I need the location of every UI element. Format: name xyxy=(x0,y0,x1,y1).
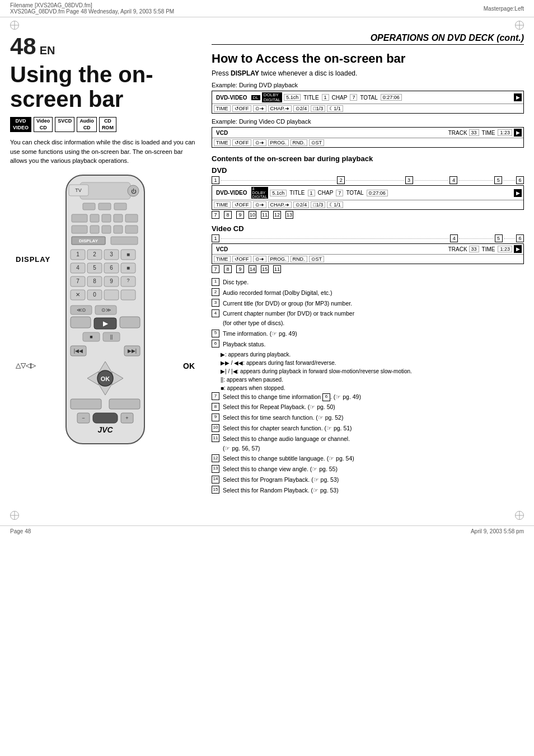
svg-text:OK: OK xyxy=(101,375,110,382)
dvd-section-label: DVD xyxy=(212,166,524,175)
fn-text-15: Select this for Random Playback. (☞ pg. … xyxy=(223,486,524,495)
header-right: Masterpage:Left xyxy=(484,6,524,12)
dvd-video-label2: DVD-VIDEO xyxy=(214,190,250,196)
time-val2: 1:23 xyxy=(498,246,512,252)
total-time: 0:27:06 xyxy=(381,94,402,101)
dvd-num-4: 4 xyxy=(449,176,457,184)
title-num: 1 xyxy=(322,94,329,101)
vcd-section-label: Video CD xyxy=(212,224,524,233)
fn-text-11: Select this to change audio language or … xyxy=(223,434,524,453)
vcd-rot-btn: ⊙➜ xyxy=(253,139,266,146)
fn-num-6: 6 xyxy=(212,340,221,349)
fn-num-4: 4 xyxy=(212,309,221,328)
vcd-num-1: 1 xyxy=(212,234,219,242)
fn-num-12: 12 xyxy=(212,454,221,463)
display-bold: DISPLAY xyxy=(231,69,259,77)
vcd-num-4: 4 xyxy=(450,234,458,242)
total-time2: 0:27:06 xyxy=(367,190,388,196)
c-sub-btn: □1/3 xyxy=(311,201,325,208)
badge-cd-rom: CDROM xyxy=(99,117,116,132)
vcd-contents-row1: VCD TRACK 33 TIME 1:23 ▶ xyxy=(212,244,523,255)
dvd-number-row-bottom: 7 8 9 10 11 12 13 xyxy=(212,211,524,219)
track-num: 33 xyxy=(469,129,479,136)
dvd-num-6: 6 xyxy=(516,176,524,184)
vcd-label2: VCD xyxy=(214,246,245,252)
play-btn-vcd: ▶ xyxy=(514,129,522,137)
svg-text:■: ■ xyxy=(127,251,130,257)
corner-crosshair-right xyxy=(515,21,524,30)
fn-num-8: 8 xyxy=(212,402,221,412)
dvd-example-bar: DVD-VIDEO DL DOLBYDIGITAL 5.1ch TITLE 1 … xyxy=(212,91,524,114)
fn-num-5: 5 xyxy=(212,329,221,339)
svg-rect-50 xyxy=(104,290,119,300)
off-btn: ↺OFF xyxy=(232,105,251,112)
dvd-contents-row1: DVD-VIDEO 4DOLBYDIGITAL 5.1ch TITLE 1 CH… xyxy=(212,186,523,200)
fn-6: 6 Playback status. xyxy=(212,340,524,349)
c-angle-btn: ☾1/1 xyxy=(327,201,343,208)
time-label2: TIME xyxy=(481,246,496,252)
page-content: 48 EN Using the on-screen bar DVDVIDEO V… xyxy=(0,33,534,496)
svg-text:1: 1 xyxy=(76,251,79,257)
c-rot-btn: ⊙➜ xyxy=(253,201,266,208)
svg-text:⊙≫: ⊙≫ xyxy=(101,307,111,313)
fn-text-1: Disc type. xyxy=(223,278,524,287)
dvd-num-9: 9 xyxy=(236,211,244,219)
v2-rot-btn: ⊙➜ xyxy=(253,256,266,262)
chap-fwd-btn: CHAP.➜ xyxy=(268,105,292,112)
right-column: OPERATIONS ON DVD DECK (cont.) How to Ac… xyxy=(212,33,524,496)
vcd-num-6: 6 xyxy=(516,234,524,242)
fn-num-2: 2 xyxy=(212,288,221,298)
remote-area: DISPLAY △▽◁▷ OK ⏻ TV xyxy=(16,172,195,452)
fn-num-3: 3 xyxy=(212,299,221,308)
sub-btn: □1/3 xyxy=(311,105,325,112)
footer-bar: Page 48 April 9, 2003 5:58 pm xyxy=(0,525,534,537)
vcd-off-btn: ↺OFF xyxy=(232,139,251,146)
svg-text:6: 6 xyxy=(110,265,113,271)
header-filename: Filename [XVS20AG_08DVD.fm] xyxy=(10,2,174,8)
footer-left: Page 48 xyxy=(10,528,31,534)
dvd-number-row-top: 1 2 3 4 5 6 xyxy=(212,176,524,184)
fn-num-15: 15 xyxy=(212,486,221,495)
svg-text:TV: TV xyxy=(75,187,82,193)
left-column: 48 EN Using the on-screen bar DVDVIDEO V… xyxy=(10,33,200,496)
svg-text:9: 9 xyxy=(110,278,113,284)
header-meta: XVS20AG_08DVD.fm Page 48 Wednesday, Apri… xyxy=(10,8,174,15)
dvd-num-7: 7 xyxy=(212,211,219,219)
svg-text:▶: ▶ xyxy=(103,320,109,327)
vcd-example-row1: VCD TRACK 33 TIME 1:23 ▶ xyxy=(212,128,523,138)
title-label2: TITLE xyxy=(288,190,306,196)
svg-rect-14 xyxy=(72,226,87,233)
example-dvd-label: Example: During DVD playback xyxy=(212,82,524,88)
arrows-label: △▽◁▷ xyxy=(16,361,36,369)
5ch-badge: 5.1ch xyxy=(284,94,301,101)
fn-6e: ■: appears when stopped. xyxy=(221,384,524,392)
fn-text-4: Current chapter number (for DVD) or trac… xyxy=(223,309,524,328)
c-chap-btn: CHAP.➜ xyxy=(268,201,292,208)
fn-text-8: Select this for Repeat Playback. (☞ pg. … xyxy=(223,402,524,412)
fn-12: 12 Select this to change subtitle langua… xyxy=(212,454,524,463)
fn-6b: ▶▶ / ◀◀: appears during fast forward/rev… xyxy=(221,359,524,367)
svg-text:2: 2 xyxy=(93,251,96,257)
dvd-num-3: 3 xyxy=(405,176,413,184)
fn-text-14: Select this for Program Playback. (☞ pg.… xyxy=(223,475,524,485)
svg-rect-16 xyxy=(102,226,111,233)
dvd-example-row2: TIME ↺OFF ⊙➜ CHAP.➜ ⊙2/4 □1/3 ☾1/1 xyxy=(212,104,523,113)
badge-audio-cd: AudioCD xyxy=(77,117,97,132)
vcd-contents-row2: TIME ↺OFF ⊙➜ PROG. RND. ⊙ST xyxy=(212,255,523,264)
vcd-num-11b: 11 xyxy=(273,265,281,273)
v2-rnd-btn: RND. xyxy=(291,256,307,262)
fn-text-12: Select this to change subtitle language.… xyxy=(223,454,524,463)
fn-text-5: Time information. (☞ pg. 49) xyxy=(223,329,524,339)
svg-rect-6 xyxy=(83,203,95,210)
example-vcd-label: Example: During Video CD playback xyxy=(212,118,524,125)
fn-2: 2 Audio recorded format (Dolby Digital, … xyxy=(212,288,524,298)
dvd-contents-bar: DVD-VIDEO 4DOLBYDIGITAL 5.1ch TITLE 1 CH… xyxy=(212,185,524,210)
svg-rect-11 xyxy=(102,214,111,222)
badge-video-cd: VideoCD xyxy=(34,117,53,132)
ok-label: OK xyxy=(183,361,195,370)
svg-text:JVC: JVC xyxy=(97,425,113,434)
bottom-corner-marks xyxy=(0,508,534,523)
svg-rect-7 xyxy=(99,203,111,210)
5ch-badge2: 5.1ch xyxy=(270,190,287,196)
fn-text-10: Select this for chapter search function.… xyxy=(223,424,524,433)
